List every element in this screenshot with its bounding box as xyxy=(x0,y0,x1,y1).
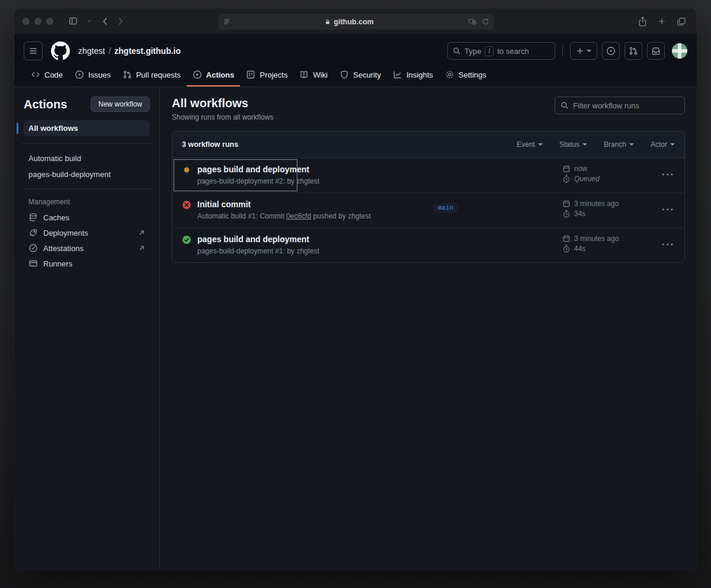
run-subtitle: pages-build-deployment #2: by zhgtest xyxy=(197,177,319,185)
stopwatch-icon xyxy=(562,245,571,253)
graph-icon xyxy=(393,70,402,79)
event-filter-dropdown[interactable]: Event xyxy=(517,140,543,149)
workflow-run-row[interactable]: Initial commit Automatic build #1: Commi… xyxy=(172,192,684,227)
zoom-window-button[interactable] xyxy=(46,18,53,25)
projects-icon xyxy=(246,70,255,79)
actor-filter-dropdown[interactable]: Actor xyxy=(651,140,675,149)
verified-icon xyxy=(28,243,38,253)
repo-nav-tabs: Code Issues Pull requests Actions Projec… xyxy=(24,65,687,86)
header-divider xyxy=(562,45,563,57)
chevron-down-icon xyxy=(582,143,587,146)
minimize-window-button[interactable] xyxy=(34,18,41,25)
sidebar-divider xyxy=(21,189,152,189)
tab-code[interactable]: Code xyxy=(25,65,69,86)
filter-workflow-runs-input[interactable] xyxy=(573,101,679,110)
tab-security[interactable]: Security xyxy=(334,65,387,86)
run-duration: Queued xyxy=(574,175,600,183)
status-filter-dropdown[interactable]: Status xyxy=(559,140,587,149)
calendar-icon xyxy=(562,200,571,208)
run-options-kebab[interactable]: ··· xyxy=(651,200,675,215)
search-icon xyxy=(453,47,461,55)
breadcrumb-owner[interactable]: zhgtest xyxy=(78,46,105,56)
status-failed-icon xyxy=(182,200,191,220)
stopwatch-icon xyxy=(562,175,571,183)
workflow-run-row[interactable]: pages build and deployment pages-build-d… xyxy=(172,158,684,192)
workflow-runs-list: 3 workflow runs Event Status Branch Acto… xyxy=(172,131,685,263)
inbox-button[interactable] xyxy=(647,42,665,60)
actions-sidebar: Actions New workflow All workflows Autom… xyxy=(14,87,160,570)
branch-filter-dropdown[interactable]: Branch xyxy=(604,140,634,149)
run-title-link[interactable]: pages build and deployment xyxy=(197,234,319,244)
pull-request-icon xyxy=(123,70,132,79)
tab-insights[interactable]: Insights xyxy=(387,65,439,86)
pull-requests-dashboard-button[interactable] xyxy=(624,42,642,60)
global-search-button[interactable]: Type / to search xyxy=(447,42,555,60)
breadcrumb-repo[interactable]: zhgtest.github.io xyxy=(114,46,181,56)
chevron-down-icon xyxy=(538,143,543,146)
commit-sha-link[interactable]: 0ec6cfd xyxy=(286,212,311,220)
reader-icon[interactable] xyxy=(223,18,230,25)
github-logo[interactable] xyxy=(51,41,70,60)
status-success-icon xyxy=(182,235,191,255)
traffic-lights[interactable] xyxy=(23,18,53,25)
chevron-down-icon xyxy=(629,143,634,146)
close-window-button[interactable] xyxy=(23,18,30,25)
browser-toolbar: github.com xyxy=(14,8,697,34)
runners-icon xyxy=(28,259,38,268)
create-new-button[interactable] xyxy=(570,42,597,60)
run-options-kebab[interactable]: ··· xyxy=(651,234,675,250)
run-date: now xyxy=(574,165,587,173)
privacy-report-icon[interactable] xyxy=(468,18,477,25)
url-host: github.com xyxy=(334,18,373,26)
sidebar-item-automatic-build[interactable]: Automatic build xyxy=(24,151,150,166)
address-bar[interactable]: github.com xyxy=(218,14,494,30)
external-link-icon xyxy=(138,245,145,252)
sidebar-item-deployments[interactable]: Deployments xyxy=(24,225,150,240)
runs-list-header: 3 workflow runs Event Status Branch Acto… xyxy=(172,131,684,158)
search-icon xyxy=(561,101,569,110)
cache-icon xyxy=(28,213,38,222)
tab-actions[interactable]: Actions xyxy=(187,65,241,86)
code-icon xyxy=(31,70,40,79)
tab-settings[interactable]: Settings xyxy=(439,65,492,86)
tab-wiki[interactable]: Wiki xyxy=(293,65,334,86)
run-duration: 44s xyxy=(574,245,585,253)
issues-dashboard-button[interactable] xyxy=(602,42,620,60)
branch-label[interactable]: main xyxy=(433,203,458,213)
issue-icon xyxy=(75,70,84,79)
sidebar-item-attestations[interactable]: Attestations xyxy=(24,240,150,256)
share-icon[interactable] xyxy=(638,17,647,27)
back-button[interactable] xyxy=(102,17,108,26)
filter-workflow-runs-field[interactable] xyxy=(555,97,685,114)
shield-icon xyxy=(340,70,349,79)
tab-pull-requests[interactable]: Pull requests xyxy=(117,65,187,86)
new-workflow-button[interactable]: New workflow xyxy=(91,97,150,112)
page-title: All workflows xyxy=(172,97,273,110)
run-date: 3 minutes ago xyxy=(574,200,619,208)
tab-projects[interactable]: Projects xyxy=(240,65,293,86)
sidebar-item-caches[interactable]: Caches xyxy=(24,210,150,225)
sidebar-toggle-icon[interactable] xyxy=(68,17,78,25)
run-date: 3 minutes ago xyxy=(574,234,619,243)
status-queued-icon xyxy=(182,165,191,185)
reload-icon[interactable] xyxy=(482,18,489,25)
run-title-link[interactable]: Initial commit xyxy=(197,200,371,209)
toolbar-chevron-down-icon[interactable] xyxy=(87,18,92,24)
tab-issues[interactable]: Issues xyxy=(69,65,117,86)
new-tab-icon[interactable] xyxy=(658,17,666,25)
workflow-run-row[interactable]: pages build and deployment pages-build-d… xyxy=(172,227,684,262)
global-menu-button[interactable] xyxy=(24,41,43,60)
calendar-icon xyxy=(562,165,571,173)
forward-button[interactable] xyxy=(117,17,124,26)
run-options-kebab[interactable]: ··· xyxy=(651,165,675,180)
page-subtitle: Showing runs from all workflows xyxy=(172,113,273,121)
sidebar-divider xyxy=(21,143,152,144)
tab-overview-icon[interactable] xyxy=(677,17,686,26)
user-avatar[interactable] xyxy=(672,43,687,59)
sidebar-item-all-workflows[interactable]: All workflows xyxy=(24,120,150,136)
run-title-link[interactable]: pages build and deployment xyxy=(197,165,319,174)
sidebar-item-pages-build-deployment[interactable]: pages-build-deployment xyxy=(24,167,150,182)
sidebar-title: Actions xyxy=(24,98,67,111)
sidebar-item-runners[interactable]: Runners xyxy=(24,256,150,271)
external-link-icon xyxy=(138,229,145,236)
